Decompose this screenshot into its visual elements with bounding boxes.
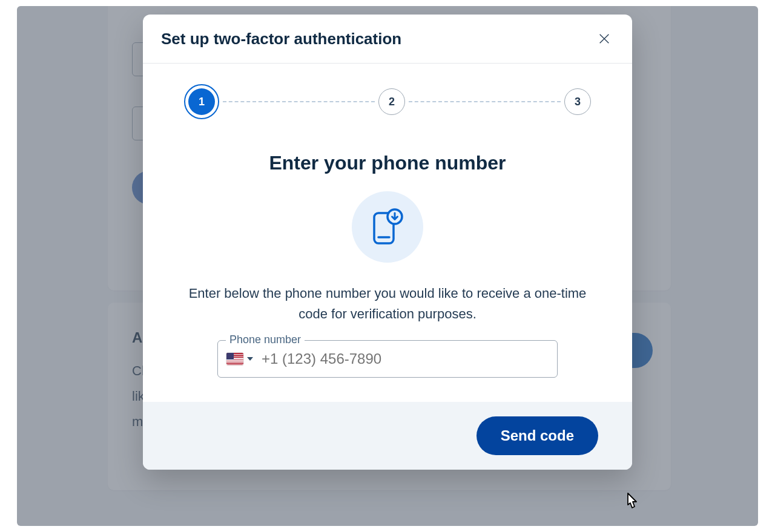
country-code-select[interactable]	[226, 353, 253, 365]
two-factor-modal: Set up two-factor authentication 1 2 3 E…	[143, 15, 632, 470]
step-2: 2	[378, 88, 405, 115]
modal-footer: Send code	[143, 402, 632, 470]
chevron-down-icon	[247, 357, 253, 361]
phone-field: Phone number	[217, 340, 558, 378]
modal-header: Set up two-factor authentication	[143, 15, 632, 64]
step-connector	[409, 101, 561, 102]
modal-body: Enter your phone number Enter below the …	[143, 128, 632, 402]
step-3: 3	[564, 88, 591, 115]
modal-title: Set up two-factor authentication	[161, 30, 401, 48]
send-code-button[interactable]: Send code	[477, 416, 598, 455]
step-heading: Enter your phone number	[179, 152, 596, 174]
phone-input[interactable]	[262, 350, 549, 367]
step-indicator: 1 2 3	[143, 64, 632, 128]
phone-download-icon	[371, 208, 404, 246]
step-1: 1	[184, 84, 219, 119]
phone-illustration	[352, 191, 423, 263]
close-button[interactable]	[595, 29, 614, 48]
phone-label: Phone number	[226, 333, 305, 346]
instruction-text: Enter below the phone number you would l…	[182, 283, 593, 324]
us-flag-icon	[226, 353, 243, 365]
step-connector	[223, 101, 375, 102]
close-icon	[598, 32, 611, 45]
